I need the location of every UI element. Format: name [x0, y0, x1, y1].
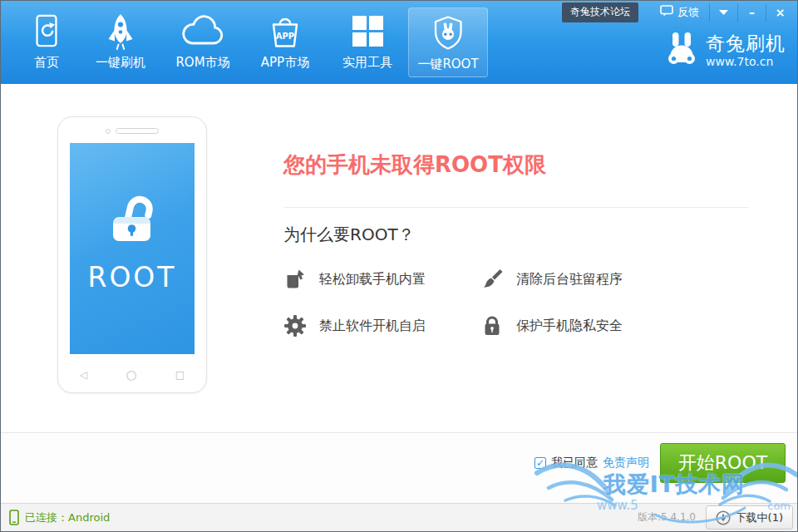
start-root-button[interactable]: 开始ROOT [660, 443, 786, 483]
android-recent-icon: □ [175, 369, 185, 381]
connection-text: 已连接：Android [25, 510, 110, 525]
forum-button[interactable]: 奇兔技术论坛 [562, 2, 638, 22]
feature-privacy: 保护手机隐私安全 [480, 313, 623, 339]
download-icon [716, 510, 731, 525]
titlebar: 奇兔技术论坛 反馈 – × [562, 1, 794, 23]
status-bar: 已连接：Android 版本:5.4.1.0 下载中(1) [1, 503, 797, 531]
unlocked-padlock-icon [99, 191, 165, 249]
nav-item-rom-market[interactable]: ROM市场 [162, 1, 244, 84]
connection-status: 已连接：Android [9, 510, 110, 525]
logo-title: 奇兔刷机 [706, 33, 786, 54]
why-root-heading: 为什么要ROOT？ [283, 224, 415, 246]
nav-label: 首页 [34, 55, 59, 71]
agree-checkbox[interactable]: ✓ [534, 457, 546, 469]
logo-url: www.7to.cn [706, 56, 786, 68]
phone-speaker [58, 128, 206, 134]
app-bag-icon: APP [265, 12, 305, 52]
nav-item-flash[interactable]: 一键刷机 [79, 1, 162, 84]
app-bag-text: APP [276, 32, 294, 41]
minimize-button[interactable]: – [737, 3, 766, 22]
feature-label: 清除后台驻留程序 [516, 271, 623, 288]
page-title: 您的手机未取得ROOT权限 [283, 150, 546, 180]
nav-label: 实用工具 [342, 55, 392, 71]
phone-nav-buttons: ◁ ○ □ [80, 367, 185, 382]
android-home-icon: ○ [126, 367, 136, 382]
nav-label: ROM市场 [175, 55, 229, 71]
feature-clean: 清除后台驻留程序 [480, 266, 623, 293]
feature-label: 禁止软件开机自启 [319, 318, 426, 335]
feature-label: 保护手机隐私安全 [516, 318, 623, 335]
nav-item-root[interactable]: 一键ROOT [408, 7, 488, 77]
rocket-icon [102, 12, 139, 52]
feedback-label: 反馈 [677, 5, 699, 20]
brand-logo: 奇兔刷机 www.7to.cn [665, 31, 786, 71]
disclaimer-link[interactable]: 免责声明 [603, 456, 649, 470]
android-back-icon: ◁ [80, 369, 87, 381]
uninstall-icon [283, 268, 307, 291]
nav-label: 一键刷机 [96, 55, 145, 71]
speech-bubble-icon [660, 5, 673, 19]
rabbit-logo-icon [665, 31, 698, 71]
footer-action-bar: ✓ 我已同意 免责声明 开始ROOT [1, 432, 797, 505]
tools-grid-icon [350, 12, 385, 52]
phone-illustration: ROOT ◁ ○ □ [57, 116, 207, 393]
agree-text: 我已同意 [551, 456, 598, 470]
agree-row: ✓ 我已同意 免责声明 [534, 456, 649, 470]
app-window: 首页 一键刷机 [0, 0, 798, 532]
downloading-label: 下载中(1) [736, 510, 783, 525]
feature-label: 轻松卸载手机内置 [319, 271, 426, 288]
main-nav: 首页 一键刷机 [14, 1, 488, 84]
nav-item-app-market[interactable]: APP APP市场 [244, 1, 327, 84]
nav-item-home[interactable]: 首页 [14, 1, 79, 84]
phone-screen: ROOT [70, 143, 195, 354]
shield-rabbit-icon [429, 13, 467, 53]
clean-brush-icon [480, 268, 504, 291]
chevron-down-icon [719, 10, 728, 15]
feature-list: 轻松卸载手机内置 清除后台驻留程序 [283, 266, 623, 339]
connected-phone-icon [9, 510, 19, 525]
feature-autostart: 禁止软件开机自启 [283, 313, 480, 339]
cloud-icon [179, 12, 227, 52]
feature-uninstall: 轻松卸载手机内置 [283, 266, 480, 293]
nav-label: APP市场 [261, 55, 309, 71]
phone-root-label: ROOT [87, 261, 176, 293]
gear-icon [283, 314, 307, 337]
feedback-button[interactable]: 反馈 [650, 5, 709, 20]
header: 首页 一键刷机 [1, 1, 797, 84]
dropdown-button[interactable] [709, 3, 737, 22]
nav-label: 一键ROOT [417, 57, 478, 72]
divider [283, 207, 749, 208]
downloading-button[interactable]: 下载中(1) [706, 505, 793, 530]
nav-item-tools[interactable]: 实用工具 [327, 1, 408, 84]
lock-icon [480, 314, 504, 337]
version-text: 版本:5.4.1.0 [638, 510, 696, 525]
close-button[interactable]: × [766, 3, 794, 22]
home-refresh-icon [29, 12, 64, 52]
